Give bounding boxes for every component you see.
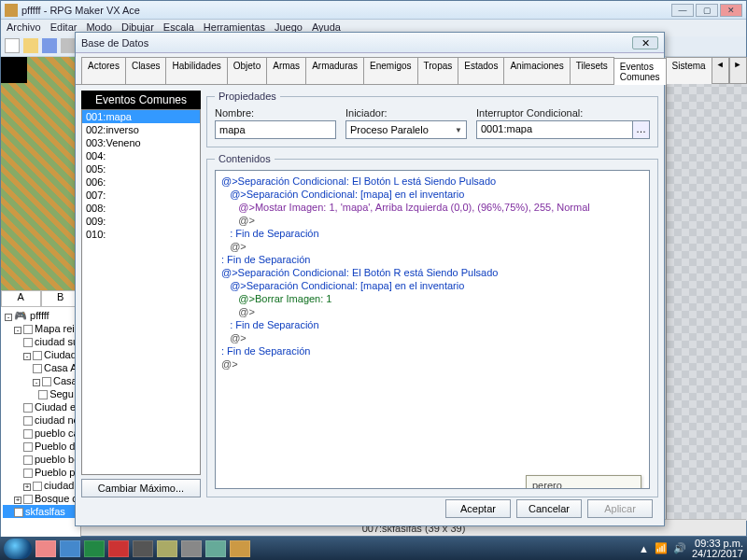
maximize-button[interactable]: ▢ [696,4,718,17]
list-item[interactable]: 007: [82,189,200,202]
list-item[interactable]: 006: [82,175,200,189]
taskbar-clock[interactable]: 09:33 p.m. 24/12/2017 [692,539,743,559]
tree-item[interactable]: ciudad no [3,413,78,427]
tree-item[interactable]: pueblo ca [3,427,78,440]
menu-archivo[interactable]: Archivo [7,21,41,35]
map-canvas[interactable] [666,57,747,521]
start-button[interactable] [4,539,32,559]
tab-objeto[interactable]: Objeto [227,57,267,84]
tree-item[interactable]: Segu [3,387,78,400]
save-icon[interactable] [42,38,57,53]
tab-animaciones[interactable]: Animaciones [503,57,570,84]
event-command[interactable]: @> [221,357,643,371]
event-commands-box[interactable]: @>Separación Condicional: El Botón L est… [215,170,650,489]
dialog-titlebar[interactable]: Base de Datos ✕ [76,33,664,53]
taskbar-app-icon[interactable] [35,540,56,557]
tree-item[interactable]: -Casa de [3,374,78,387]
tileset-palette[interactable] [1,57,81,290]
layer-tabs: A B [1,290,80,307]
event-command[interactable]: @> [221,331,643,344]
taskbar-app-icon[interactable] [108,540,129,557]
new-icon[interactable] [5,38,20,53]
ok-button[interactable]: Aceptar [445,499,511,518]
event-command[interactable]: @>Mostar Imagen: 1, 'mapa', Arriba Izqui… [221,201,643,214]
event-command[interactable]: @>Separación Condicional: El Botón R est… [221,266,643,279]
tileset-selection[interactable] [1,57,27,83]
network-tooltip: perero Acceso a Internet Red Sin acceso … [526,475,641,489]
event-command[interactable]: @> [221,240,643,253]
volume-icon[interactable]: 🔊 [673,542,686,554]
map-tree[interactable]: -🎮 pfffff -Mapa reino i ciudad sur -Ciud… [1,307,80,522]
common-event-list[interactable]: 001:mapa 002:inverso 003:Veneno 004: 005… [81,109,201,475]
tree-item[interactable]: Ciudad es [3,400,78,413]
taskbar-app-icon[interactable] [181,540,202,557]
tab-enemigos[interactable]: Enemigos [363,57,417,84]
tab-clases[interactable]: Clases [125,57,167,84]
tree-item[interactable]: -Mapa reino i [3,322,78,335]
cut-icon[interactable] [61,38,76,53]
event-command[interactable]: : Fin de Separación [221,227,643,240]
cancel-button[interactable]: Cancelar [516,499,582,518]
event-command[interactable]: @> [221,214,643,227]
tree-item[interactable]: ciudad sur [3,335,78,348]
open-icon[interactable] [23,38,38,53]
event-command[interactable]: @>Separación Condicional: [mapa] en el i… [221,279,643,292]
event-command[interactable]: : Fin de Separación [221,344,643,357]
tab-actores[interactable]: Actores [81,57,126,84]
network-icon[interactable]: 📶 [655,542,668,554]
tab-habilidades[interactable]: Habilidades [165,57,227,84]
taskbar-app-icon[interactable] [84,540,105,557]
minimize-button[interactable]: — [671,4,694,17]
taskbar-app-icon[interactable] [230,540,250,557]
list-item[interactable]: 003:Veneno [82,136,200,149]
taskbar-app-icon[interactable] [60,540,80,557]
taskbar-app-icon[interactable] [157,540,177,557]
event-command[interactable]: @>Separación Condicional: El Botón L est… [221,175,643,188]
tab-tilesets[interactable]: Tilesets [570,57,614,84]
database-dialog: Base de Datos ✕ Actores Clases Habilidad… [75,32,665,526]
dialog-close-button[interactable]: ✕ [632,36,658,49]
event-command[interactable]: : Fin de Separación [221,253,643,266]
taskbar-app-icon[interactable] [205,540,226,557]
tab-tropas[interactable]: Tropas [417,57,459,84]
tree-item[interactable]: Pueblo pe [3,466,78,479]
switch-field[interactable]: 0001:mapa [476,120,633,139]
list-item[interactable]: 010: [82,228,200,241]
tree-item[interactable]: +Bosque ci [3,492,78,505]
change-max-button[interactable]: Cambiar Máximo... [81,479,201,497]
tree-item[interactable]: Casa A- [3,361,78,374]
taskbar-app-icon[interactable] [133,540,153,557]
tree-item[interactable]: +ciudad cer [3,479,78,492]
apply-button[interactable]: Aplicar [587,499,653,518]
tab-sistema[interactable]: Sistema [666,57,712,84]
close-button[interactable]: ✕ [720,4,742,17]
list-item[interactable]: 001:mapa [82,110,200,123]
trigger-select[interactable]: Proceso Paralelo▼ [345,120,467,139]
event-command[interactable]: @> [221,305,643,318]
tray-icon[interactable]: ▲ [639,543,649,554]
list-item[interactable]: 002:inverso [82,123,200,136]
tree-item[interactable]: pueblo bo [3,453,78,466]
list-item[interactable]: 005: [82,162,200,175]
tab-eventos-comunes[interactable]: Eventos Comunes [613,58,667,85]
tab-estados[interactable]: Estados [458,57,504,84]
event-command[interactable]: @>Borrar Imagen: 1 [221,292,643,305]
tree-item[interactable]: -Ciudad oe [3,348,78,361]
list-item[interactable]: 009: [82,215,200,228]
tab-scroll-right[interactable]: ► [729,57,747,84]
list-item[interactable]: 008: [82,202,200,215]
name-input[interactable] [215,120,336,139]
tab-armaduras[interactable]: Armaduras [305,57,364,84]
app-titlebar[interactable]: pfffff - RPG Maker VX Ace — ▢ ✕ [1,1,746,20]
event-command[interactable]: : Fin de Separación [221,318,643,331]
tree-item-selected[interactable]: skfaslfas [3,505,78,518]
list-item[interactable]: 004: [82,149,200,162]
tree-item[interactable]: Pueblo de [3,440,78,453]
layer-tab-a[interactable]: A [1,290,41,307]
tab-scroll-left[interactable]: ◄ [712,57,729,84]
switch-browse-button[interactable]: … [633,120,650,139]
event-command[interactable]: @>Separación Condicional: [mapa] en el i… [221,188,643,201]
tree-root[interactable]: -🎮 pfffff [3,309,78,322]
tab-armas[interactable]: Armas [266,57,306,84]
menu-editar[interactable]: Editar [50,21,78,35]
